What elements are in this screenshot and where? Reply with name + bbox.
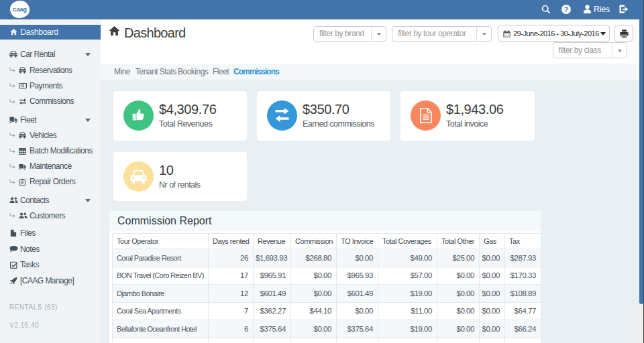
svg-text:?: ?	[564, 5, 568, 13]
